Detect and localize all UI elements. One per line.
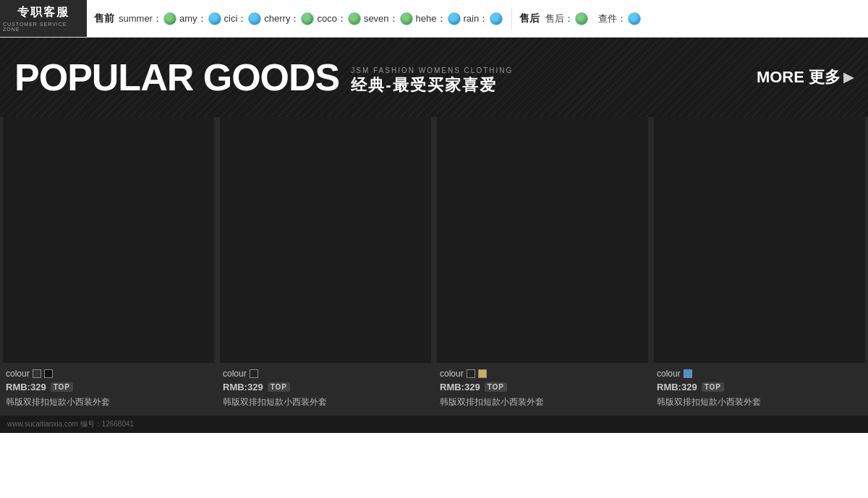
product-image-2 (437, 117, 648, 363)
colour-row-2: colour (440, 369, 645, 379)
avatar-hehe (448, 12, 461, 25)
product-card-1[interactable]: colourRMB:329TOP韩版双排扣短款小西装外套 (217, 117, 434, 416)
product-title-1: 韩版双排扣短款小西装外套 (223, 395, 428, 408)
colour-row-0: colour (6, 369, 211, 379)
price-text-2: RMB:329 (440, 382, 480, 392)
agent-hehe[interactable]: hehe： (416, 12, 461, 25)
header: 专职客服 CUSTOMER SERVICE ZONE 售前 summer： am… (0, 0, 868, 38)
avatar-cici (248, 12, 261, 25)
product-title-0: 韩版双排扣短款小西装外套 (6, 395, 211, 408)
price-text-1: RMB:329 (223, 382, 263, 392)
after-person[interactable]: 售后： (545, 12, 588, 25)
product-card-0[interactable]: colourRMB:329TOP韩版双排扣短款小西装外套 (0, 117, 217, 416)
colour-swatch-2-1[interactable] (478, 369, 487, 378)
top-badge-1: TOP (268, 382, 290, 392)
price-row-2: RMB:329TOP (440, 382, 645, 392)
avatar-after (575, 12, 588, 25)
brand-subtitle: CUSTOMER SERVICE ZONE (3, 22, 84, 32)
footer-bar: www.sucaitianxia.com 编号：12668041 (0, 416, 868, 433)
banner-main-title: POPULAR GOODS (14, 59, 339, 96)
top-badge-3: TOP (702, 382, 724, 392)
avatar-amy (208, 12, 221, 25)
products-grid: colourRMB:329TOP韩版双排扣短款小西装外套colourRMB:32… (0, 117, 868, 416)
brand-title: 专职客服 (17, 5, 69, 20)
banner-more-button[interactable]: MORE 更多 ▶ (757, 66, 854, 88)
top-badge-0: TOP (51, 382, 73, 392)
banner-row: POPULAR GOODS JSM FASHION WOMENS CLOTHIN… (14, 59, 513, 96)
nav-divider (511, 8, 512, 30)
product-card-2[interactable]: colourRMB:329TOP韩版双排扣短款小西装外套 (434, 117, 651, 416)
avatar-check (628, 12, 641, 25)
products-section: colourRMB:329TOP韩版双排扣短款小西装外套colourRMB:32… (0, 117, 868, 416)
price-text-0: RMB:329 (6, 382, 46, 392)
colour-swatch-3-0[interactable] (684, 369, 692, 378)
banner-more-arrow: ▶ (843, 69, 854, 85)
avatar-rain (490, 12, 503, 25)
product-image-1 (220, 117, 431, 363)
product-info-0: colourRMB:329TOP韩版双排扣短款小西装外套 (3, 369, 214, 408)
banner-sub-en: JSM FASHION WOMENS CLOTHING (351, 66, 513, 74)
product-info-3: colourRMB:329TOP韩版双排扣短款小西装外套 (654, 369, 865, 408)
price-text-3: RMB:329 (657, 382, 697, 392)
price-row-1: RMB:329TOP (223, 382, 428, 392)
avatar-cherry (301, 12, 314, 25)
colour-label-3: colour (657, 369, 681, 379)
colour-label-2: colour (440, 369, 464, 379)
product-title-2: 韩版双排扣短款小西装外套 (440, 395, 645, 408)
colour-label-1: colour (223, 369, 247, 379)
brand-zone: 专职客服 CUSTOMER SERVICE ZONE (0, 0, 87, 37)
top-badge-2: TOP (485, 382, 507, 392)
check-label: 查件： (598, 12, 626, 25)
avatar-summer (163, 12, 176, 25)
nav-area: 售前 summer： amy： cici： cherry： coco： seve… (87, 0, 868, 37)
after-label: 售后： (545, 12, 574, 25)
after-nav-area: 售后： 查件： (545, 12, 642, 25)
product-image-3 (654, 117, 865, 363)
colour-swatch-2-0[interactable] (467, 369, 475, 378)
product-card-3[interactable]: colourRMB:329TOP韩版双排扣短款小西装外套 (651, 117, 868, 416)
price-row-0: RMB:329TOP (6, 382, 211, 392)
footer-text: www.sucaitianxia.com 编号：12668041 (7, 419, 134, 429)
colour-row-3: colour (657, 369, 862, 379)
banner-sub: JSM FASHION WOMENS CLOTHING 经典-最受买家喜爱 (351, 66, 513, 96)
agent-cherry[interactable]: cherry： (264, 12, 314, 25)
colour-label-0: colour (6, 369, 30, 379)
agent-amy[interactable]: amy： (179, 12, 221, 25)
price-row-3: RMB:329TOP (657, 382, 862, 392)
avatar-coco (348, 12, 361, 25)
agent-seven[interactable]: seven： (364, 12, 413, 25)
colour-row-1: colour (223, 369, 428, 379)
banner: POPULAR GOODS JSM FASHION WOMENS CLOTHIN… (0, 38, 868, 117)
product-info-2: colourRMB:329TOP韩版双排扣短款小西装外套 (437, 369, 648, 408)
banner-more-label: MORE 更多 (757, 66, 841, 88)
before-sale-label: 售前 (94, 12, 114, 25)
avatar-seven (400, 12, 413, 25)
agent-rain[interactable]: rain： (464, 12, 503, 25)
colour-swatch-0-0[interactable] (33, 369, 41, 378)
check-item[interactable]: 查件： (598, 12, 641, 25)
product-image-0 (3, 117, 214, 363)
banner-sub-cn: 经典-最受买家喜爱 (351, 74, 513, 96)
agent-coco[interactable]: coco： (317, 12, 360, 25)
colour-swatch-0-1[interactable] (44, 369, 53, 378)
agent-cici[interactable]: cici： (224, 12, 262, 25)
product-info-1: colourRMB:329TOP韩版双排扣短款小西装外套 (220, 369, 431, 408)
after-sale-label: 售后 (519, 12, 540, 25)
product-title-3: 韩版双排扣短款小西装外套 (657, 395, 862, 408)
colour-swatch-1-0[interactable] (250, 369, 258, 378)
agent-summer[interactable]: summer： (119, 12, 176, 25)
